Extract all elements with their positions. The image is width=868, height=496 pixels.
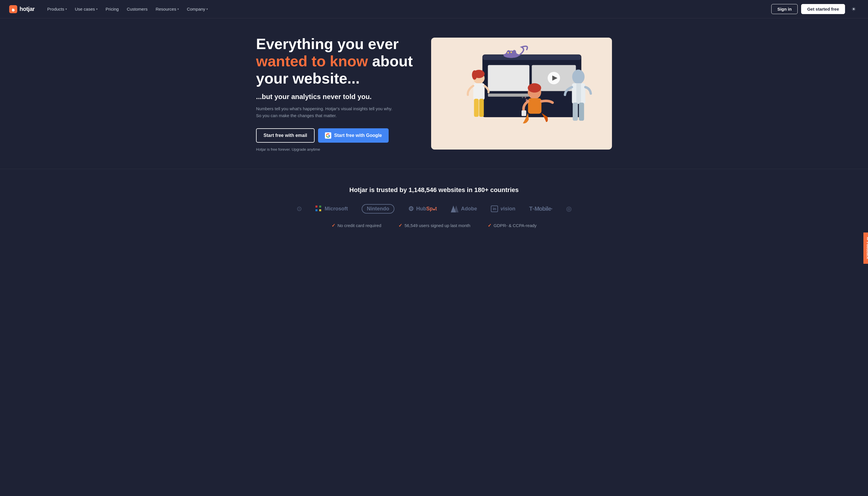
trust-feature-2-label: 56,549 users signed up last month [404, 223, 470, 228]
svg-point-30 [526, 99, 528, 101]
microsoft-label: Microsoft [325, 206, 348, 212]
adobe-label: Adobe [461, 206, 477, 212]
google-icon [325, 132, 331, 139]
hotjar-logo-icon [9, 5, 17, 13]
adobe-triangle-icon [451, 205, 459, 213]
start-email-button[interactable]: Start free with email [256, 128, 314, 143]
svg-point-31 [525, 97, 526, 98]
trust-logo-nintendo: Nintendo [362, 204, 394, 214]
hero-headline: Everything you ever wanted to know about… [256, 35, 414, 87]
invision-label: vision [500, 206, 515, 212]
nav-customers[interactable]: Customers [123, 4, 151, 14]
svg-point-12 [513, 50, 516, 55]
hero-svg-illustration: ✦ [431, 37, 612, 150]
hubspot-label: HubSpt [416, 206, 437, 212]
trust-features: ✓ No credit card required ✓ 56,549 users… [12, 223, 856, 228]
logo-text: hotjar [19, 6, 35, 12]
svg-rect-3 [483, 55, 581, 60]
check-icon-2: ✓ [399, 223, 402, 228]
svg-point-17 [472, 70, 477, 79]
hero-disclaimer: Hotjar is free forever. Upgrade anytime [256, 147, 414, 152]
svg-rect-4 [488, 65, 529, 91]
navbar-right: Sign in Get started free ☀ [771, 4, 859, 14]
svg-rect-19 [474, 99, 479, 117]
sun-icon: ☀ [851, 6, 856, 12]
hero-headline-part1: Everything you ever [256, 35, 399, 52]
trust-logo-invision: in vision [491, 205, 515, 212]
svg-point-25 [572, 69, 585, 84]
trust-logo-tmobile: T··Mobile· [529, 205, 553, 212]
hero-desc: Numbers tell you what's happening. Hotja… [256, 105, 394, 119]
trust-feature-3: ✓ GDPR- & CCPA-ready [488, 223, 537, 228]
trust-logo-hubspot: ⚙ HubSpt [408, 205, 437, 213]
nav-use-cases[interactable]: Use cases ▾ [72, 4, 101, 14]
trust-logo-partial-right: ◎ [566, 205, 572, 213]
trust-feature-1: ✓ No credit card required [331, 223, 382, 228]
logo[interactable]: hotjar [9, 5, 35, 13]
nav-company[interactable]: Company ▾ [183, 4, 211, 14]
start-google-label: Start free with Google [334, 133, 382, 138]
signin-button[interactable]: Sign in [771, 4, 798, 14]
svg-rect-29 [579, 103, 584, 121]
trust-feature-3-label: GDPR- & CCPA-ready [494, 223, 537, 228]
get-started-button[interactable]: Get started free [801, 4, 845, 14]
resources-chevron-icon: ▾ [177, 7, 179, 11]
company-chevron-icon: ▾ [206, 7, 208, 11]
svg-rect-24 [522, 110, 526, 116]
nav-resources[interactable]: Resources ▾ [152, 4, 182, 14]
svg-text:✦: ✦ [521, 96, 524, 99]
trust-feature-1-label: No credit card required [338, 223, 382, 228]
products-chevron-icon: ▾ [65, 7, 67, 11]
google-logo-icon [326, 133, 330, 138]
trust-feature-2: ✓ 56,549 users signed up last month [399, 223, 470, 228]
nintendo-label: Nintendo [367, 206, 389, 212]
nav-pricing[interactable]: Pricing [102, 4, 122, 14]
check-icon-3: ✓ [488, 223, 492, 228]
svg-point-22 [528, 83, 541, 92]
trust-logo-microsoft: Microsoft [315, 205, 348, 213]
svg-point-14 [511, 51, 512, 53]
feedback-tab[interactable]: ✉ Feedback [864, 232, 868, 264]
trust-logo-partial: ⊙ [296, 205, 302, 213]
nav-links: Products ▾ Use cases ▾ Pricing Customers… [44, 4, 212, 14]
hero-headline-highlight: wanted to know [256, 53, 368, 69]
theme-toggle-button[interactable]: ☀ [849, 4, 859, 14]
navbar: hotjar Products ▾ Use cases ▾ Pricing Cu… [0, 0, 868, 18]
tmobile-label: T··Mobile· [529, 205, 553, 212]
svg-rect-27 [576, 83, 581, 104]
feedback-label: Feedback [866, 242, 868, 259]
check-icon-1: ✓ [331, 223, 335, 228]
trust-logos: ⊙ Microsoft Nintendo ⚙ HubSpt [12, 204, 856, 214]
nav-products[interactable]: Products ▾ [44, 4, 70, 14]
hubspot-icon: ⚙ [408, 205, 414, 213]
hero-section: Everything you ever wanted to know about… [233, 18, 635, 169]
trust-headline: Hotjar is trusted by 1,148,546 websites … [12, 186, 856, 194]
svg-rect-28 [573, 103, 578, 121]
svg-rect-18 [473, 83, 485, 100]
trust-section: Hotjar is trusted by 1,148,546 websites … [0, 169, 868, 240]
navbar-left: hotjar Products ▾ Use cases ▾ Pricing Cu… [9, 4, 211, 14]
microsoft-grid-icon [315, 205, 322, 213]
hero-illustration: ✦ [431, 37, 612, 150]
hero-subhead: ...but your analytics never told you. [256, 93, 414, 101]
use-cases-chevron-icon: ▾ [96, 7, 97, 11]
svg-rect-23 [528, 98, 542, 114]
hero-buttons: Start free with email Start free with Go… [256, 128, 414, 143]
trust-logo-adobe: Adobe [451, 205, 477, 213]
invision-badge-icon: in [491, 205, 498, 212]
svg-point-13 [508, 52, 509, 53]
feedback-icon: ✉ [866, 237, 868, 240]
hero-left: Everything you ever wanted to know about… [256, 35, 414, 152]
svg-rect-20 [479, 99, 484, 117]
start-google-button[interactable]: Start free with Google [318, 128, 389, 143]
